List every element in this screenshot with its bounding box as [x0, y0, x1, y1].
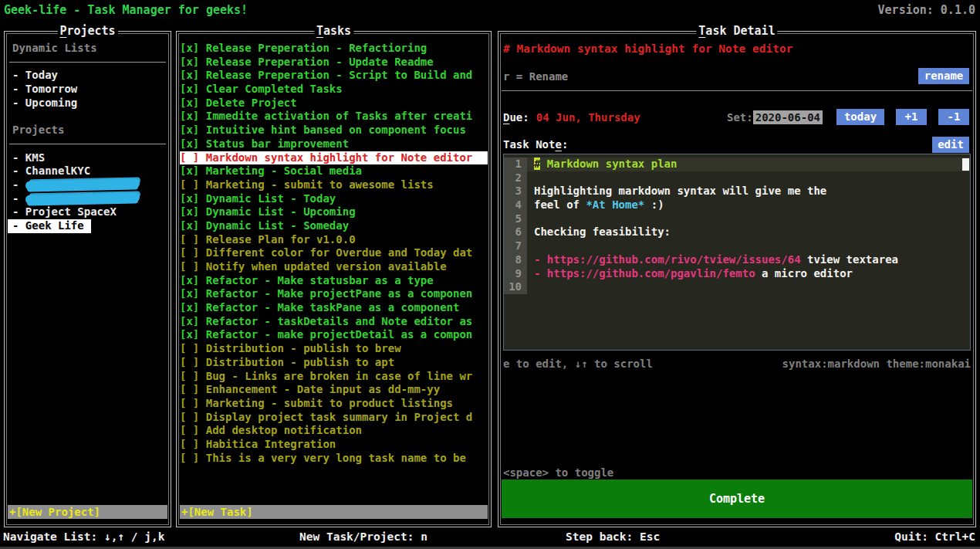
editor-line: 9- https://github.com/pgavlin/femto a mi…: [504, 267, 970, 281]
edit-button[interactable]: edit: [932, 137, 969, 153]
task-row[interactable]: [x] Refactor - taskDetails and Note edit…: [180, 315, 488, 329]
line-content: [527, 239, 970, 253]
status-navigate: Navigate List: ↓,↑ / j,k: [3, 530, 165, 543]
task-row[interactable]: [x] Refactor - Make statusbar as a type: [180, 274, 488, 288]
task-row[interactable]: [x] Status bar improvement: [180, 137, 488, 151]
task-row[interactable]: [ ] Habitica Integration: [180, 438, 488, 452]
status-step-back: Step back: Esc: [566, 530, 660, 543]
text-segment: Highlighting markdown syntax will give m…: [534, 185, 826, 197]
task-row[interactable]: [x] Refactor - Make taskPane as a compon…: [180, 301, 488, 315]
editor-hints: e to edit, ↓↑ to scroll syntax:markdown …: [503, 358, 971, 370]
task-row[interactable]: [ ] Distribution - publish to brew: [180, 342, 488, 356]
date-input[interactable]: 2020-06-04: [753, 110, 823, 124]
version-label: Version: 0.1.0: [878, 3, 975, 17]
editor-line: 10: [504, 280, 970, 294]
line-number: 3: [504, 185, 527, 198]
project-item-redacted[interactable]: -: [8, 192, 167, 206]
editor-scrollbar[interactable]: [962, 158, 969, 171]
redaction-scribble: [25, 178, 140, 190]
task-row[interactable]: [ ] Different color for Overdue and Toda…: [180, 246, 488, 260]
task-row[interactable]: [x] Refactor - Make projectPane as a com…: [180, 287, 488, 301]
task-row[interactable]: [ ] Display project task summary in Proj…: [180, 411, 488, 425]
task-row[interactable]: [x] Release Preperation - Script to Buil…: [180, 69, 488, 83]
new-task-button[interactable]: +[New Task]: [180, 505, 488, 519]
editor-hint-left: e to edit, ↓↑ to scroll: [503, 358, 653, 370]
text-segment: Checking feasibility:: [534, 225, 671, 238]
complete-button[interactable]: Complete: [502, 480, 972, 518]
note-editor-lines: 1# Markdown syntax plan23Highlighting ma…: [504, 158, 970, 294]
new-project-button[interactable]: +[New Project]: [8, 505, 167, 519]
minus-one-button[interactable]: -1: [938, 109, 969, 125]
line-content: [527, 212, 970, 226]
project-item[interactable]: - Geek Life: [8, 219, 91, 233]
task-row[interactable]: [ ] Marketing - submit to product listin…: [180, 397, 488, 411]
project-list: Dynamic Lists- Today- Tomorrow- Upcoming…: [8, 35, 167, 524]
task-row[interactable]: [ ] Enhancement - Date input as dd-mm-yy: [180, 383, 488, 397]
editor-line: 3Highlighting markdown syntax will give …: [504, 185, 970, 198]
task-row[interactable]: [ ] Markdown syntax highlight for Note e…: [180, 151, 488, 165]
project-item-redacted[interactable]: -: [8, 178, 167, 192]
editor-line: 5: [504, 212, 970, 226]
editor-line: 7: [504, 239, 970, 253]
task-row[interactable]: [ ] Add desktop notification: [180, 424, 488, 438]
rename-hint: r = Rename: [503, 70, 568, 83]
line-content: feel of *At Home* :): [527, 198, 970, 212]
status-quit: Quit: Ctrl+C: [894, 530, 975, 543]
task-row[interactable]: [x] Intuitive hint bansed on component f…: [180, 124, 488, 137]
line-number: 6: [504, 225, 527, 239]
task-row[interactable]: [x] Release Preperation - Update Readme: [180, 56, 488, 69]
section-spacer: [8, 110, 167, 124]
today-button[interactable]: today: [836, 109, 884, 125]
note-label: Task Note:: [503, 138, 568, 151]
project-item[interactable]: - KMS: [8, 151, 167, 165]
redaction-scribble: [25, 192, 140, 204]
task-row[interactable]: [ ] Marketing - submit to awesome lists: [180, 178, 488, 192]
link-text: - https://github.com/rivo/tview/issues/6…: [534, 253, 801, 266]
line-number: 9: [504, 267, 527, 281]
divider: [502, 90, 972, 91]
line-content: [527, 280, 970, 294]
plus-one-button[interactable]: +1: [896, 109, 927, 125]
task-row[interactable]: [x] Refactor - make projectDetail as a c…: [180, 328, 488, 342]
text-segment: feel of: [534, 198, 586, 211]
editor-hint-right: syntax:markdown theme:monakai: [782, 358, 971, 370]
project-item[interactable]: - Tomorrow: [8, 83, 167, 97]
task-row[interactable]: [ ] Distribution - publish to apt: [180, 356, 488, 370]
project-item[interactable]: - Upcoming: [8, 97, 167, 110]
text-segment: tview textarea: [801, 253, 898, 266]
line-content: Highlighting markdown syntax will give m…: [527, 185, 970, 198]
task-row[interactable]: [ ] This is a very very long task name t…: [180, 452, 488, 466]
project-item[interactable]: - ChannelKYC: [8, 164, 167, 178]
due-value: 04 Jun, Thursday: [536, 111, 640, 124]
task-row[interactable]: [x] Dynamic List - Today: [180, 192, 488, 206]
section-header: Projects: [8, 124, 167, 137]
line-number: 2: [504, 171, 527, 185]
task-row[interactable]: [x] Clear Completed Tasks: [180, 83, 488, 97]
toggle-hint: <space> to toggle: [503, 466, 613, 479]
task-row[interactable]: [x] Dynamic List - Someday: [180, 219, 488, 233]
task-row[interactable]: [x] Delete Project: [180, 97, 488, 110]
editor-line: 6Checking feasibility:: [504, 225, 970, 239]
editor-line: 4feel of *At Home* :): [504, 198, 970, 212]
line-content: [527, 171, 970, 185]
task-row[interactable]: [ ] Bug - Links are broken in case of li…: [180, 370, 488, 384]
projects-panel: Projects Dynamic Lists- Today- Tomorrow-…: [4, 31, 171, 527]
task-row[interactable]: [x] Immedite activation of Tasks after c…: [180, 110, 488, 124]
task-row[interactable]: [x] Dynamic List - Upcoming: [180, 205, 488, 219]
app-header: Geek-life - Task Manager for geeks! Vers…: [0, 0, 980, 29]
project-item[interactable]: - Today: [8, 69, 167, 83]
section-divider: [8, 137, 167, 151]
line-content: - https://github.com/rivo/tview/issues/6…: [527, 253, 970, 267]
task-row[interactable]: [ ] Release Plan for v1.0.0: [180, 233, 488, 247]
task-note-editor[interactable]: 1# Markdown syntax plan23Highlighting ma…: [503, 154, 971, 351]
rename-button[interactable]: rename: [918, 68, 969, 84]
text-segment: a micro editor: [755, 267, 853, 280]
line-content: Checking feasibility:: [527, 225, 970, 239]
tasks-panel-title: Tasks: [314, 24, 353, 38]
task-row[interactable]: [x] Release Preperation - Refactioring: [180, 42, 488, 56]
projects-panel-title: Projects: [57, 24, 117, 38]
project-item[interactable]: - Project SpaceX: [8, 205, 167, 219]
task-row[interactable]: [x] Marketing - Social media: [180, 164, 488, 178]
task-row[interactable]: [ ] Notify when updated version availabl…: [180, 260, 488, 274]
section-header: Dynamic Lists: [8, 42, 167, 56]
